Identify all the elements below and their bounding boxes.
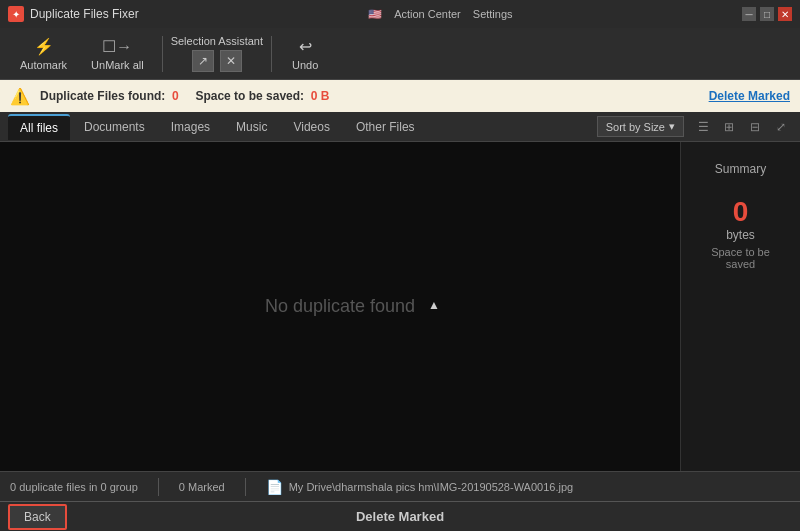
flag-icon: 🇺🇸	[368, 8, 382, 21]
maximize-button[interactable]: □	[760, 7, 774, 21]
automark-button[interactable]: ⚡ Automark	[10, 33, 77, 75]
status-bar: 0 duplicate files in 0 group 0 Marked 📄 …	[0, 471, 800, 501]
tab-other-files[interactable]: Other Files	[344, 115, 427, 139]
duplicate-count: 0	[172, 89, 179, 103]
content-panel: No duplicate found ▲	[0, 142, 680, 471]
duplicate-found-text: Duplicate Files found:	[40, 89, 165, 103]
selection-icon-1[interactable]: ↗	[192, 50, 214, 72]
undo-label: Undo	[292, 59, 318, 71]
sort-area: Sort by Size ▾ ☰ ⊞ ⊟ ⤢	[597, 116, 792, 138]
tab-documents[interactable]: Documents	[72, 115, 157, 139]
tab-images[interactable]: Images	[159, 115, 222, 139]
toolbar: ⚡ Automark ☐→ UnMark all Selection Assis…	[0, 28, 800, 80]
info-bar: ⚠️ Duplicate Files found: 0 Space to be …	[0, 80, 800, 112]
bottom-bar: Back Delete Marked	[0, 501, 800, 531]
tab-all-files[interactable]: All files	[8, 114, 70, 140]
title-bar-center: 🇺🇸 Action Center Settings	[368, 8, 512, 21]
selection-icons: ↗ ✕	[192, 50, 242, 72]
list-view-button[interactable]: ☰	[692, 116, 714, 138]
expand-view-button[interactable]: ⤢	[770, 116, 792, 138]
automark-icon: ⚡	[34, 37, 54, 56]
sort-label: Sort by Size	[606, 121, 665, 133]
status-separator-1	[158, 478, 159, 496]
view-toggle-icons: ☰ ⊞ ⊟ ⤢	[692, 116, 792, 138]
status-duplicate-files: 0 duplicate files in 0 group	[10, 481, 138, 493]
space-value: 0 B	[311, 89, 330, 103]
title-bar: ✦ Duplicate Files Fixer 🇺🇸 Action Center…	[0, 0, 800, 28]
app-icon: ✦	[8, 6, 24, 22]
summary-unit: bytes	[726, 228, 755, 242]
no-duplicate-message: No duplicate found	[265, 296, 415, 317]
undo-icon: ↩	[299, 37, 312, 56]
selection-icon-2[interactable]: ✕	[220, 50, 242, 72]
summary-label: Space to besaved	[711, 246, 770, 270]
space-label-text: Space to be saved:	[195, 89, 304, 103]
status-marked: 0 Marked	[179, 481, 225, 493]
file-path-text: My Drive\dharmshala pics hm\IMG-20190528…	[289, 481, 574, 493]
toolbar-separator-2	[271, 36, 272, 72]
summary-title: Summary	[715, 162, 766, 176]
unmark-icon: ☐→	[102, 37, 132, 56]
tab-bar: All files Documents Images Music Videos …	[0, 112, 800, 142]
title-bar-left: ✦ Duplicate Files Fixer	[8, 6, 139, 22]
close-button[interactable]: ✕	[778, 7, 792, 21]
delete-marked-bottom-label: Delete Marked	[356, 509, 444, 524]
selection-assistant: Selection Assistant ↗ ✕	[171, 35, 263, 72]
sort-chevron-icon: ▾	[669, 120, 675, 133]
file-icon: 📄	[266, 479, 283, 495]
warning-icon: ⚠️	[10, 87, 30, 106]
undo-button[interactable]: ↩ Undo	[280, 33, 330, 75]
window-controls: ─ □ ✕	[742, 7, 792, 21]
status-file-path: 📄 My Drive\dharmshala pics hm\IMG-201905…	[266, 479, 574, 495]
duplicate-found-label: Duplicate Files found: 0	[40, 89, 179, 103]
tab-videos[interactable]: Videos	[281, 115, 341, 139]
file-tabs: All files Documents Images Music Videos …	[8, 114, 597, 140]
status-separator-2	[245, 478, 246, 496]
summary-bytes: 0	[733, 196, 749, 228]
grid-view-button[interactable]: ⊞	[718, 116, 740, 138]
toolbar-separator-1	[162, 36, 163, 72]
action-center-link[interactable]: Action Center	[394, 8, 461, 20]
minimize-button[interactable]: ─	[742, 7, 756, 21]
tile-view-button[interactable]: ⊟	[744, 116, 766, 138]
back-button[interactable]: Back	[8, 504, 67, 530]
summary-panel: Summary 0 bytes Space to besaved	[680, 142, 800, 471]
app-title: Duplicate Files Fixer	[30, 7, 139, 21]
unmark-all-button[interactable]: ☐→ UnMark all	[81, 33, 154, 75]
unmark-label: UnMark all	[91, 59, 144, 71]
space-saved-label: Space to be saved: 0 B	[189, 89, 330, 103]
selection-assistant-label: Selection Assistant	[171, 35, 263, 47]
settings-link[interactable]: Settings	[473, 8, 513, 20]
delete-marked-button-top[interactable]: Delete Marked	[709, 89, 790, 103]
main-area: No duplicate found ▲ Summary 0 bytes Spa…	[0, 142, 800, 471]
automark-label: Automark	[20, 59, 67, 71]
sort-button[interactable]: Sort by Size ▾	[597, 116, 684, 137]
mouse-cursor: ▲	[428, 298, 438, 314]
tab-music[interactable]: Music	[224, 115, 279, 139]
